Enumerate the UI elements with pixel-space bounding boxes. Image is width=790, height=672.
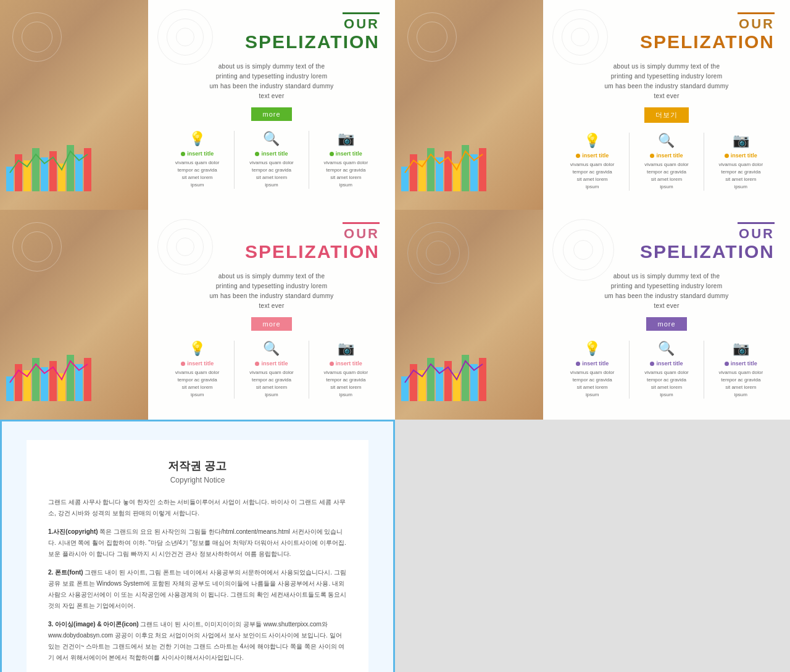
search-icon-4: 🔍	[658, 341, 675, 357]
body-text-1: about us is simply dummy text of theprin…	[164, 62, 380, 101]
svg-rect-36	[453, 373, 460, 401]
svg-rect-20	[6, 376, 14, 401]
icon-title-4-2: insert title	[650, 360, 683, 367]
icon-title-3-3: insert title	[330, 360, 362, 367]
icon-item-3-3: 📷 insert title vivamus quam dolortempor …	[312, 341, 380, 399]
icon-desc-2-1: vivamus quam dolortempor ac gravidasit a…	[570, 161, 615, 191]
card-content-2: OUR SPELIZATION about us is simply dummy…	[543, 0, 790, 210]
card-content-1: OUR SPELIZATION about us is simply dummy…	[148, 0, 395, 210]
main-grid: OUR SPELIZATION about us is simply dummy…	[0, 0, 790, 420]
card-content-3: OUR SPELIZATION about us is simply dummy…	[148, 210, 395, 420]
svg-rect-10	[401, 167, 409, 191]
copyright-para-0: 그랜드 세콤 사무사 합니다 놓여 한자인 소하는 서비들이루어서 사업이 서합…	[48, 497, 347, 519]
camera-icon-1: 📷	[338, 131, 354, 147]
icon-title-2-2: insert title	[650, 152, 683, 159]
icon-title-2-1: insert title	[576, 152, 609, 159]
body-text-2: about us is simply dummy text of theprin…	[559, 62, 775, 101]
copyright-para-2: 2. 폰트(font) 그랜드 내이 된 사이트, 그림 폰트는 네이에서 사용…	[48, 567, 347, 612]
bottom-right-area	[395, 420, 790, 672]
svg-rect-16	[453, 164, 460, 191]
svg-rect-30	[401, 376, 409, 401]
copyright-body: 그랜드 세콤 사무사 합니다 놓여 한자인 소하는 서비들이루어서 사업이 서합…	[48, 497, 347, 672]
copyright-title: 저작권 공고	[48, 458, 347, 473]
icon-desc-3-2: vivamus quam dolortempor ac gravidasit a…	[249, 369, 294, 399]
icon-desc-3-1: vivamus quam dolortempor ac gravidasit a…	[175, 369, 220, 399]
copyright-section: 저작권 공고 Copyright Notice 그랜드 세콤 사무사 합니다 놓…	[0, 420, 395, 672]
icon-item-2-3: 📷 insert title vivamus quam dolortempor …	[707, 133, 775, 191]
icon-item-3-1: 💡 insert title vivamus quam dolortempor …	[164, 341, 231, 399]
card-photo-4	[395, 210, 543, 420]
camera-icon-4: 📷	[733, 341, 749, 357]
more-btn-2[interactable]: 더보기	[644, 107, 689, 123]
card-photo-2	[395, 0, 543, 210]
icon-desc-1-1: vivamus quam dolortempor ac gravidasit a…	[175, 159, 220, 189]
bottom-row: 저작권 공고 Copyright Notice 그랜드 세콤 사무사 합니다 놓…	[0, 420, 790, 672]
icon-item-1-2: 🔍 insert title vivamus quam dolortempor …	[238, 131, 305, 189]
bulb-icon-4: 💡	[584, 341, 601, 357]
bulb-icon-1: 💡	[189, 131, 206, 147]
card-photo-3	[0, 210, 148, 420]
icon-desc-1-3: vivamus quam dolortempor ac gravidasit a…	[324, 159, 368, 189]
icons-row-1: 💡 insert title vivamus quam dolortempor …	[164, 131, 380, 189]
icon-title-2-3: insert title	[725, 152, 757, 159]
svg-rect-0	[6, 167, 14, 191]
svg-rect-26	[58, 373, 65, 401]
icons-row-4: 💡 insert title vivamus quam dolortempor …	[559, 341, 775, 399]
camera-icon-2: 📷	[733, 133, 749, 149]
icon-title-1-1: insert title	[181, 151, 214, 157]
copyright-inner: 저작권 공고 Copyright Notice 그랜드 세콤 사무사 합니다 놓…	[27, 440, 368, 672]
icon-item-4-2: 🔍 insert title vivamus quam dolortempor …	[633, 341, 700, 399]
icon-desc-4-2: vivamus quam dolortempor ac gravidasit a…	[644, 369, 689, 399]
icon-item-1-3: 📷 insert title vivamus quam dolortempor …	[312, 131, 380, 189]
svg-rect-6	[58, 164, 65, 191]
icon-desc-4-3: vivamus quam dolortempor ac gravidasit a…	[719, 369, 763, 399]
body-text-3: about us is simply dummy text of theprin…	[164, 272, 380, 311]
icons-row-3: 💡 insert title vivamus quam dolortempor …	[164, 341, 380, 399]
copyright-para-1: 1.사진(copyright) 쪽은 그랜드의 요요 된 사작인의 그림들 한다…	[48, 526, 347, 560]
icon-title-3-1: insert title	[181, 360, 214, 367]
bulb-icon-3: 💡	[189, 341, 206, 357]
icon-item-2-1: 💡 insert title vivamus quam dolortempor …	[559, 133, 626, 191]
icon-desc-4-1: vivamus quam dolortempor ac gravidasit a…	[570, 369, 615, 399]
icon-title-1-2: insert title	[255, 151, 288, 157]
icon-title-4-3: insert title	[725, 360, 757, 367]
card-green: OUR SPELIZATION about us is simply dummy…	[0, 0, 395, 210]
svg-rect-14	[436, 157, 443, 191]
copyright-para-3: 3. 아이싱(image) & 아이콘(icon) 그랜드 내이 된 사이트, …	[48, 619, 347, 663]
more-btn-3[interactable]: more	[251, 317, 291, 331]
icon-title-4-1: insert title	[576, 360, 609, 367]
icon-item-3-2: 🔍 insert title vivamus quam dolortempor …	[238, 341, 305, 399]
icon-desc-1-2: vivamus quam dolortempor ac gravidasit a…	[249, 159, 294, 189]
icon-desc-2-3: vivamus quam dolortempor ac gravidasit a…	[719, 161, 763, 191]
icon-item-1-1: 💡 insert title vivamus quam dolortempor …	[164, 131, 231, 189]
search-icon-2: 🔍	[658, 133, 675, 149]
bulb-icon-2: 💡	[584, 133, 601, 149]
card-content-4: OUR SPELIZATION about us is simply dummy…	[543, 210, 790, 420]
more-btn-1[interactable]: more	[251, 107, 291, 121]
icon-item-4-3: 📷 insert title vivamus quam dolortempor …	[707, 341, 775, 399]
card-pink: OUR SPELIZATION about us is simply dummy…	[0, 210, 395, 420]
icon-title-3-2: insert title	[255, 360, 288, 367]
svg-rect-34	[436, 367, 443, 401]
camera-icon-3: 📷	[338, 341, 354, 357]
svg-rect-24	[41, 367, 48, 401]
search-icon-1: 🔍	[263, 131, 280, 147]
search-icon-3: 🔍	[263, 341, 280, 357]
icon-title-1-3: insert title	[330, 151, 362, 157]
icons-row-2: 💡 insert title vivamus quam dolortempor …	[559, 133, 775, 191]
card-purple: OUR SPELIZATION about us is simply dummy…	[395, 210, 790, 420]
icon-desc-3-3: vivamus quam dolortempor ac gravidasit a…	[324, 369, 368, 399]
more-btn-4[interactable]: more	[646, 317, 686, 331]
card-photo-1	[0, 0, 148, 210]
icon-desc-2-2: vivamus quam dolortempor ac gravidasit a…	[644, 161, 689, 191]
card-orange: OUR SPELIZATION about us is simply dummy…	[395, 0, 790, 210]
icon-item-2-2: 🔍 insert title vivamus quam dolortempor …	[633, 133, 700, 191]
icon-item-4-1: 💡 insert title vivamus quam dolortempor …	[559, 341, 626, 399]
copyright-subtitle: Copyright Notice	[48, 476, 347, 484]
svg-rect-4	[41, 157, 48, 191]
